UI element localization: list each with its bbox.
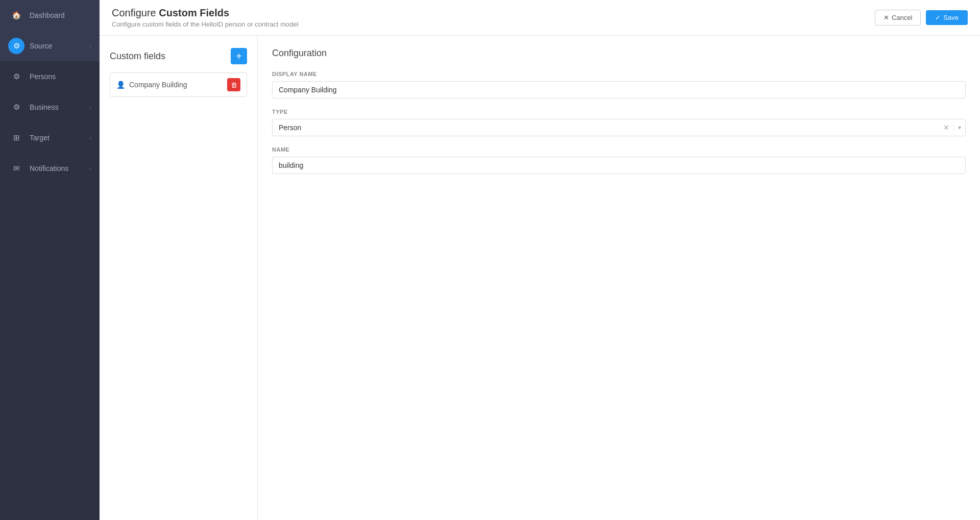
notifications-icon: ✉ xyxy=(8,160,24,177)
sidebar-label-dashboard: Dashboard xyxy=(30,11,65,19)
cancel-button[interactable]: ✕ Cancel xyxy=(875,10,921,26)
content-area: Custom fields + 👤 Company Building 🗑 Con… xyxy=(100,36,980,520)
type-group: TYPE Person ✕ ▾ xyxy=(272,109,966,136)
type-select-value: Person xyxy=(273,119,939,136)
sidebar-label-target: Target xyxy=(30,134,50,142)
delete-field-button[interactable]: 🗑 xyxy=(227,78,240,91)
add-field-button[interactable]: + xyxy=(231,48,247,64)
display-name-group: DISPLAY NAME xyxy=(272,71,966,98)
sidebar-label-business: Business xyxy=(30,103,59,111)
title-prefix: Configure xyxy=(112,7,159,18)
target-icon: ⊞ xyxy=(8,130,24,146)
person-field-icon: 👤 xyxy=(116,81,125,89)
target-chevron-icon: ‹ xyxy=(89,135,91,141)
sidebar-item-target[interactable]: ⊞ Target ‹ xyxy=(0,122,100,153)
home-icon: 🏠 xyxy=(8,7,24,23)
custom-fields-title: Custom fields xyxy=(110,51,165,62)
persons-icon: ⚙ xyxy=(8,68,24,85)
display-name-label: DISPLAY NAME xyxy=(272,71,966,77)
source-chevron-icon: ‹ xyxy=(89,43,91,49)
field-item-company-building[interactable]: 👤 Company Building 🗑 xyxy=(110,72,247,97)
sidebar-item-notifications[interactable]: ✉ Notifications ‹ xyxy=(0,153,100,184)
sidebar-item-source[interactable]: ⚙ Source ‹ xyxy=(0,31,100,61)
business-icon: ⚙ xyxy=(8,99,24,115)
sidebar-item-business[interactable]: ⚙ Business ‹ xyxy=(0,92,100,122)
field-name: Company Building xyxy=(129,81,187,89)
custom-fields-panel: Custom fields + 👤 Company Building 🗑 xyxy=(100,36,258,520)
configuration-panel: Configuration DISPLAY NAME TYPE Person ✕… xyxy=(258,36,980,520)
notifications-chevron-icon: ‹ xyxy=(89,165,91,171)
save-button[interactable]: ✓ Save xyxy=(926,10,968,25)
sidebar-label-notifications: Notifications xyxy=(30,164,68,172)
name-group: NAME xyxy=(272,146,966,174)
title-bold: Custom Fields xyxy=(159,7,229,18)
panel-header: Custom fields + xyxy=(110,48,247,64)
header-title-block: Configure Custom Fields Configure custom… xyxy=(112,7,299,28)
add-icon: + xyxy=(236,51,242,61)
sidebar: 🏠 Dashboard ⚙ Source ‹ ⚙ Persons ⚙ Busin… xyxy=(0,0,100,520)
sidebar-label-persons: Persons xyxy=(30,72,56,81)
name-input[interactable] xyxy=(272,157,966,174)
configuration-title: Configuration xyxy=(272,48,966,59)
sidebar-item-dashboard[interactable]: 🏠 Dashboard xyxy=(0,0,100,31)
save-check-icon: ✓ xyxy=(935,14,941,21)
main-content: Configure Custom Fields Configure custom… xyxy=(100,0,980,520)
type-chevron-down-icon[interactable]: ▾ xyxy=(953,124,965,131)
page-title: Configure Custom Fields xyxy=(112,7,299,19)
type-label: TYPE xyxy=(272,109,966,115)
source-icon: ⚙ xyxy=(8,38,24,54)
type-clear-icon[interactable]: ✕ xyxy=(939,123,953,132)
page-subtitle: Configure custom fields of the HelloID p… xyxy=(112,20,299,28)
name-label: NAME xyxy=(272,146,966,153)
sidebar-item-persons[interactable]: ⚙ Persons xyxy=(0,61,100,92)
business-chevron-icon: ‹ xyxy=(89,104,91,110)
save-label: Save xyxy=(943,14,959,21)
sidebar-label-source: Source xyxy=(30,42,52,50)
type-select[interactable]: Person ✕ ▾ xyxy=(272,119,966,136)
page-header: Configure Custom Fields Configure custom… xyxy=(100,0,980,36)
cancel-x-icon: ✕ xyxy=(884,14,889,21)
cancel-label: Cancel xyxy=(892,14,912,21)
delete-icon: 🗑 xyxy=(231,81,237,89)
display-name-input[interactable] xyxy=(272,81,966,98)
header-actions: ✕ Cancel ✓ Save xyxy=(875,10,968,26)
